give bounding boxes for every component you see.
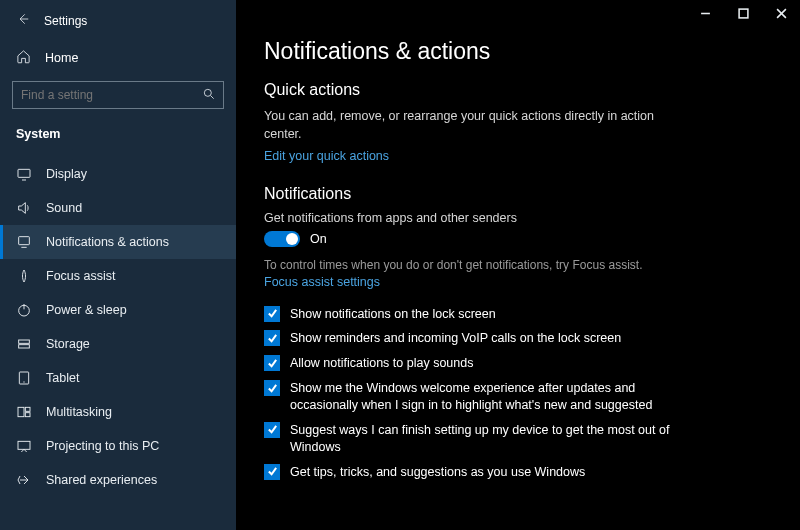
toggle-state-label: On (310, 232, 327, 246)
notifications-toggle[interactable] (264, 231, 300, 247)
search-input[interactable] (12, 81, 224, 109)
nav-label: Tablet (46, 371, 79, 385)
notifications-heading: Notifications (264, 185, 772, 203)
shared-icon (16, 472, 32, 488)
checkbox-icon (264, 355, 280, 371)
home-icon (16, 49, 31, 67)
nav-projecting[interactable]: Projecting to this PC (0, 429, 236, 463)
power-icon (16, 302, 32, 318)
titlebar (686, 0, 800, 26)
svg-rect-5 (19, 345, 30, 348)
svg-rect-2 (19, 237, 30, 245)
nav-storage[interactable]: Storage (0, 327, 236, 361)
nav-label: Storage (46, 337, 90, 351)
svg-rect-9 (25, 413, 30, 417)
category-label: System (0, 119, 236, 151)
search-icon (202, 87, 216, 104)
svg-point-0 (204, 89, 211, 96)
checkbox-icon (264, 422, 280, 438)
nav-notifications[interactable]: Notifications & actions (0, 225, 236, 259)
focus-assist-note: To control times when you do or don't ge… (264, 257, 684, 291)
nav-display[interactable]: Display (0, 157, 236, 191)
window-title: Settings (44, 14, 87, 28)
nav-list: Display Sound Notifications & actions Fo… (0, 151, 236, 497)
check-label: Get tips, tricks, and suggestions as you… (290, 464, 585, 481)
svg-rect-4 (19, 340, 30, 343)
focus-assist-settings-link[interactable]: Focus assist settings (264, 274, 380, 292)
nav-label: Display (46, 167, 87, 181)
check-suggest-setup[interactable]: Suggest ways I can finish setting up my … (264, 422, 694, 456)
main-content: Notifications & actions Quick actions Yo… (236, 0, 800, 530)
multitasking-icon (16, 404, 32, 420)
notification-checkboxes: Show notifications on the lock screen Sh… (264, 306, 694, 481)
close-button[interactable] (762, 0, 800, 26)
check-label: Suggest ways I can finish setting up my … (290, 422, 694, 456)
quick-actions-description: You can add, remove, or rearrange your q… (264, 107, 664, 143)
storage-icon (16, 336, 32, 352)
nav-label: Shared experiences (46, 473, 157, 487)
nav-shared-experiences[interactable]: Shared experiences (0, 463, 236, 497)
check-reminders-voip[interactable]: Show reminders and incoming VoIP calls o… (264, 330, 694, 347)
checkbox-icon (264, 306, 280, 322)
home-label: Home (45, 51, 78, 65)
nav-label: Multitasking (46, 405, 112, 419)
checkbox-icon (264, 330, 280, 346)
note-text: To control times when you do or don't ge… (264, 258, 642, 272)
sidebar: Settings Home System Display Sound Notif… (0, 0, 236, 530)
checkbox-icon (264, 380, 280, 396)
minimize-button[interactable] (686, 0, 724, 26)
svg-rect-10 (18, 441, 30, 449)
check-label: Allow notifications to play sounds (290, 355, 473, 372)
svg-rect-8 (25, 407, 30, 411)
nav-label: Sound (46, 201, 82, 215)
nav-label: Focus assist (46, 269, 115, 283)
check-play-sounds[interactable]: Allow notifications to play sounds (264, 355, 694, 372)
notifications-icon (16, 234, 32, 250)
notifications-sub: Get notifications from apps and other se… (264, 211, 772, 225)
svg-rect-1 (18, 169, 30, 177)
nav-sound[interactable]: Sound (0, 191, 236, 225)
nav-focus-assist[interactable]: Focus assist (0, 259, 236, 293)
svg-rect-7 (18, 407, 24, 416)
svg-rect-11 (739, 9, 748, 18)
check-label: Show reminders and incoming VoIP calls o… (290, 330, 621, 347)
back-icon[interactable] (16, 12, 30, 29)
tablet-icon (16, 370, 32, 386)
check-lock-screen[interactable]: Show notifications on the lock screen (264, 306, 694, 323)
nav-tablet[interactable]: Tablet (0, 361, 236, 395)
home-button[interactable]: Home (0, 41, 236, 75)
check-label: Show notifications on the lock screen (290, 306, 496, 323)
focus-icon (16, 268, 32, 284)
page-title: Notifications & actions (264, 38, 772, 65)
sound-icon (16, 200, 32, 216)
maximize-button[interactable] (724, 0, 762, 26)
quick-actions-heading: Quick actions (264, 81, 772, 99)
check-tips-tricks[interactable]: Get tips, tricks, and suggestions as you… (264, 464, 694, 481)
nav-label: Projecting to this PC (46, 439, 159, 453)
nav-power-sleep[interactable]: Power & sleep (0, 293, 236, 327)
nav-label: Notifications & actions (46, 235, 169, 249)
nav-multitasking[interactable]: Multitasking (0, 395, 236, 429)
display-icon (16, 166, 32, 182)
edit-quick-actions-link[interactable]: Edit your quick actions (264, 149, 389, 163)
check-label: Show me the Windows welcome experience a… (290, 380, 694, 414)
check-welcome-experience[interactable]: Show me the Windows welcome experience a… (264, 380, 694, 414)
projecting-icon (16, 438, 32, 454)
nav-label: Power & sleep (46, 303, 127, 317)
checkbox-icon (264, 464, 280, 480)
